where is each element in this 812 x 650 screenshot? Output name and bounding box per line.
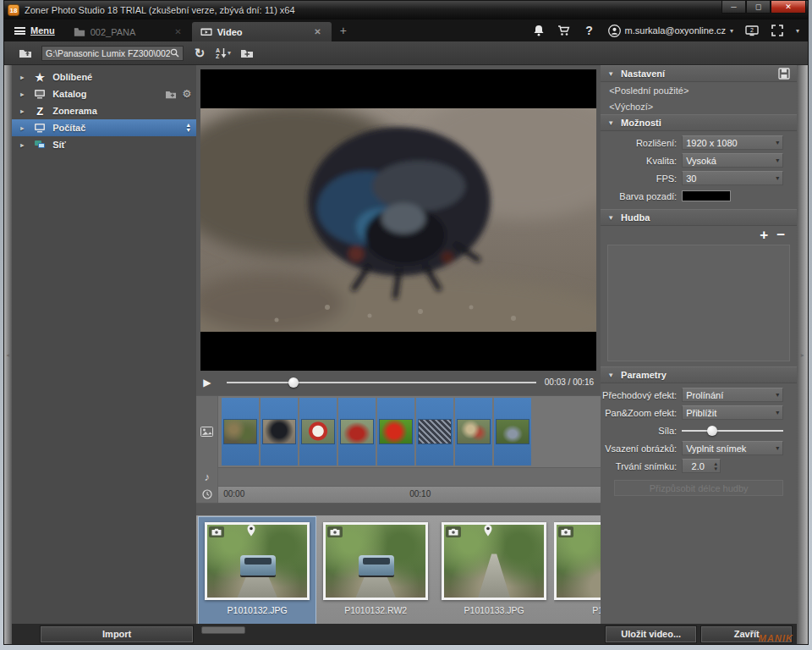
seek-knob[interactable]: [288, 377, 299, 388]
sidebar-item-oblibene[interactable]: ▸ ★ Oblíbené: [12, 69, 196, 85]
expander-icon[interactable]: ▸: [20, 74, 27, 81]
quality-select[interactable]: Vysoká ▾: [682, 153, 783, 168]
filmstrip-item[interactable]: P1: [554, 517, 601, 624]
frame-duration-spinner[interactable]: 2.0 ▲▼: [682, 459, 721, 473]
seek-bar[interactable]: [227, 377, 536, 388]
expander-icon[interactable]: ▸: [20, 91, 27, 98]
help-icon[interactable]: ?: [583, 24, 596, 37]
image-fit-select[interactable]: Vyplnit snímek ▾: [682, 441, 783, 455]
filmstrip-item[interactable]: P1010133.JPG: [436, 517, 552, 624]
slider-knob[interactable]: [707, 426, 717, 436]
filmstrip-item[interactable]: P1010132.RW2: [317, 517, 434, 624]
section-parametry[interactable]: ▼ Parametry: [601, 366, 797, 383]
section-title: Parametry: [621, 370, 667, 380]
notifications-bell-icon[interactable]: [532, 24, 546, 37]
sort-button[interactable]: AZ ▾: [216, 47, 231, 59]
close-button[interactable]: ✕: [771, 1, 806, 14]
photo-thumbnail: [442, 522, 546, 600]
close-video-button[interactable]: Zavřít: [701, 626, 792, 642]
reorder-icon[interactable]: ▲▼: [185, 123, 191, 133]
search-icon[interactable]: [170, 48, 179, 58]
spinner-arrows-icon[interactable]: ▲▼: [713, 461, 720, 471]
folder-up-button[interactable]: [16, 45, 35, 62]
main-menu-button[interactable]: Menu: [4, 19, 65, 41]
account-menu[interactable]: m.surkala@oxyonline.cz ▾: [608, 25, 733, 37]
timeline-clip[interactable]: [299, 398, 337, 465]
timeline-clip[interactable]: [377, 398, 414, 465]
timeline-music-track[interactable]: [218, 467, 601, 486]
maximize-button[interactable]: ◻: [746, 1, 771, 14]
timeline-clip[interactable]: [222, 398, 259, 465]
second-display-icon[interactable]: 2: [745, 24, 759, 37]
new-folder-button[interactable]: [238, 45, 256, 62]
music-list-controls: + −: [601, 226, 797, 245]
timeline-clip[interactable]: [416, 398, 453, 465]
transition-effect-select[interactable]: Prolínání ▾: [682, 388, 783, 402]
refresh-icon[interactable]: ↻: [190, 45, 209, 62]
play-button[interactable]: ▶: [203, 377, 218, 388]
sidebar-item-sit[interactable]: ▸ Síť: [12, 136, 196, 153]
video-preview[interactable]: [200, 69, 596, 371]
ruler-time-mid: 00:10: [409, 489, 431, 499]
horizontal-scrollbar[interactable]: [201, 626, 245, 634]
strength-label: Síla:: [601, 426, 682, 436]
timeline-clip[interactable]: [338, 398, 376, 465]
timeline-clip[interactable]: [261, 398, 298, 465]
sidebar-item-label: Katalog: [52, 89, 86, 99]
save-video-button[interactable]: Uložit video...: [606, 626, 696, 642]
gear-icon[interactable]: ⚙: [182, 88, 191, 100]
tab-folder-close-icon[interactable]: ✕: [173, 27, 183, 36]
section-moznosti[interactable]: ▼ Možnosti: [601, 114, 797, 131]
sidebar-item-label: Oblíbené: [52, 72, 92, 82]
chevron-down-icon: ▾: [776, 444, 779, 452]
sidebar-item-pocitac[interactable]: ▸ Počítač ▲▼: [12, 119, 196, 136]
timeline-clip[interactable]: [494, 398, 531, 465]
section-title: Hudba: [621, 212, 650, 223]
expander-icon[interactable]: ▸: [20, 141, 27, 149]
collapse-left-icon: ◂: [7, 351, 10, 359]
section-hudba[interactable]: ▼ Hudba: [601, 209, 797, 226]
minimize-button[interactable]: ─: [721, 1, 746, 14]
tab-folder[interactable]: 002_PANA ✕: [65, 22, 192, 41]
cart-icon[interactable]: [557, 24, 571, 37]
filmstrip-item[interactable]: P1010132.JPG: [199, 517, 315, 624]
left-panel-collapse-handle[interactable]: ◂: [4, 65, 12, 644]
add-music-button[interactable]: +: [760, 227, 768, 244]
background-color-swatch[interactable]: [682, 190, 731, 201]
expander-icon[interactable]: ▸: [20, 107, 27, 115]
remove-music-button[interactable]: −: [776, 227, 785, 244]
import-button[interactable]: Import: [41, 626, 193, 642]
expander-icon[interactable]: ▸: [20, 124, 27, 132]
strength-slider[interactable]: [682, 425, 783, 437]
timeline-clips-track[interactable]: [218, 396, 601, 467]
tab-video[interactable]: Video ✕: [192, 22, 332, 41]
sidebar-item-katalog[interactable]: ▸ Katalog ⚙: [12, 85, 196, 102]
fps-select[interactable]: 30 ▾: [682, 171, 783, 185]
music-list[interactable]: [607, 245, 790, 361]
chevron-down-icon: ▾: [776, 391, 779, 399]
tab-video-label: Video: [217, 27, 243, 37]
fullscreen-dropdown-icon[interactable]: ▾: [796, 27, 799, 35]
titlebar[interactable]: 18 Zoner Photo Studio 18 TRIAL (zkušební…: [4, 1, 808, 19]
save-preset-icon[interactable]: [778, 68, 790, 80]
filmstrip-filename: P1: [592, 605, 601, 615]
fit-music-length-button[interactable]: Přizpůsobit délce hudby: [614, 480, 783, 496]
section-nastaveni[interactable]: ▼ Nastavení: [601, 65, 797, 82]
timeline-clip[interactable]: [455, 398, 492, 465]
path-input[interactable]: G:\Panasonic Lumix FZ300\002_PAN.: [41, 46, 184, 61]
preset-last-used[interactable]: <Poslední použité>: [601, 82, 797, 98]
preset-default[interactable]: <Výchozí>: [601, 98, 797, 114]
fullscreen-icon[interactable]: [771, 24, 784, 37]
strength-row: Síla:: [601, 422, 790, 438]
image-fit-row: Vsazení obrázků: Vyplnit snímek ▾: [601, 440, 790, 456]
timeline: ♪ 00:00 00:10: [196, 395, 601, 504]
right-panel-collapse-handle[interactable]: ▸: [797, 65, 808, 644]
sidebar-item-zonerama[interactable]: ▸ Z Zonerama: [12, 102, 196, 119]
folder-add-icon[interactable]: [165, 90, 177, 99]
resolution-select[interactable]: 1920 x 1080 ▾: [682, 135, 783, 150]
panzoom-effect-select[interactable]: Přiblížit ▾: [682, 405, 783, 420]
new-tab-button[interactable]: +: [332, 19, 355, 41]
timeline-ruler[interactable]: 00:00 00:10: [218, 486, 601, 503]
slider-track: [682, 430, 783, 432]
tab-video-close-icon[interactable]: ✕: [312, 27, 322, 36]
